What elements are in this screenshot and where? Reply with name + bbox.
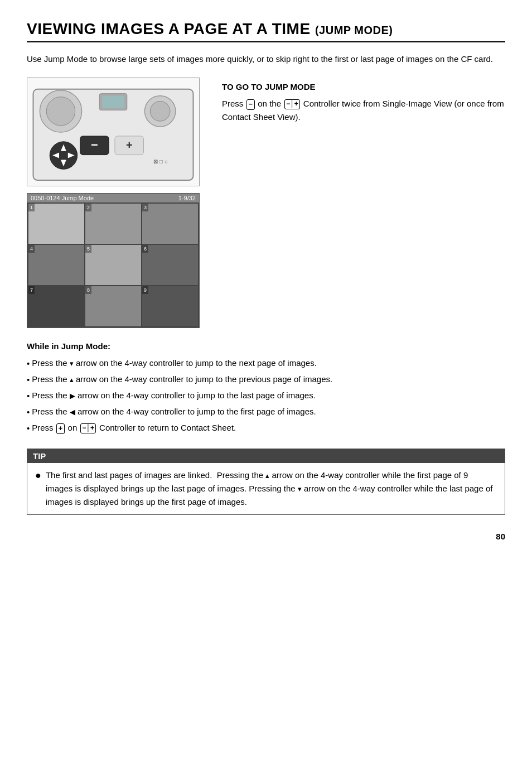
left-column: − + ⊠ □ ○ 0050-0124 Jump Mode 1-9/32 [27, 78, 205, 328]
jump-screen-header-right: 1-9/32 [178, 195, 196, 201]
right-column: TO GO TO JUMP MODE Press − on the −│+ Co… [222, 78, 505, 328]
jump-cell-4: 4 [28, 245, 84, 285]
tip-bullet: ● [35, 467, 41, 484]
jump-mode-screen: 0050-0124 Jump Mode 1-9/32 1 2 3 4 5 6 7… [27, 193, 200, 328]
list-item-5-text: Press + on −│+ Controller to return to C… [32, 421, 236, 435]
list-item-4: • Press the ◀ arrow on the 4-way control… [27, 405, 505, 419]
tip-header: TIP [27, 449, 505, 463]
arrow-up-icon: ▴ [70, 375, 74, 384]
arrow-down-icon: ▾ [70, 359, 74, 368]
controller-icon: −│+ [284, 99, 300, 109]
bullet-5: • [27, 422, 30, 435]
bullet-2: • [27, 373, 30, 387]
intro-text: Use Jump Mode to browse large sets of im… [27, 52, 505, 65]
arrow-right-icon: ▶ [70, 392, 75, 400]
tip-content: ● The first and last pages of images are… [27, 463, 505, 514]
jump-cell-1: 1 [28, 204, 84, 244]
arrow-left-icon: ◀ [70, 408, 75, 416]
jump-cell-9: 9 [142, 286, 198, 326]
list-item-4-text: Press the ◀ arrow on the 4-way controlle… [32, 405, 316, 418]
list-item-2: • Press the ▴ arrow on the 4-way control… [27, 373, 505, 387]
camera-svg: − + ⊠ □ ○ [27, 78, 199, 186]
jump-cell-5: 5 [85, 245, 141, 285]
jump-screen-header: 0050-0124 Jump Mode 1-9/32 [27, 194, 199, 202]
jump-mode-heading: TO GO TO JUMP MODE [222, 82, 505, 91]
tip-arrow-up-icon: ▴ [265, 471, 269, 480]
while-in-jump-heading: While in Jump Mode: [27, 341, 505, 351]
jump-cell-3: 3 [142, 204, 198, 244]
svg-point-4 [150, 102, 170, 122]
svg-text:+: + [126, 139, 133, 151]
list-item-1: • Press the ▾ arrow on the 4-way control… [27, 356, 505, 370]
list-item-3-text: Press the ▶ arrow on the 4-way controlle… [32, 389, 316, 402]
title-sub: (JUMP MODE) [315, 24, 393, 36]
top-section: − + ⊠ □ ○ 0050-0124 Jump Mode 1-9/32 [27, 78, 505, 328]
controller-icon-2: −│+ [80, 423, 96, 433]
camera-diagram: − + ⊠ □ ○ [27, 78, 200, 186]
tip-text: The first and last pages of images are l… [46, 469, 497, 509]
title-main: VIEWING IMAGES A PAGE AT A TIME [27, 20, 311, 37]
bullet-1: • [27, 357, 30, 370]
svg-text:⊠ □ ○: ⊠ □ ○ [153, 159, 167, 165]
jump-cell-8: 8 [85, 286, 141, 326]
jump-cell-2: 2 [85, 204, 141, 244]
jump-mode-description: Press − on the −│+ Controller twice from… [222, 97, 505, 124]
jump-mode-list: • Press the ▾ arrow on the 4-way control… [27, 356, 505, 435]
minus-plus-controller: −│+ [284, 99, 300, 109]
jump-cell-7: 7 [28, 286, 84, 326]
plus-button-icon: + [56, 423, 65, 434]
svg-text:−: − [91, 138, 98, 152]
list-item-5: • Press + on −│+ Controller to return to… [27, 421, 505, 435]
minus-button-icon: − [246, 99, 255, 110]
page-number: 80 [27, 532, 505, 541]
list-item-3: • Press the ▶ arrow on the 4-way control… [27, 389, 505, 403]
svg-rect-6 [102, 96, 124, 108]
list-item-1-text: Press the ▾ arrow on the 4-way controlle… [32, 356, 317, 370]
jump-grid: 1 2 3 4 5 6 7 8 9 [27, 202, 199, 327]
jump-mode-section: While in Jump Mode: • Press the ▾ arrow … [27, 341, 505, 435]
jump-screen-header-left: 0050-0124 Jump Mode [31, 195, 94, 201]
bullet-3: • [27, 389, 30, 403]
list-item-2-text: Press the ▴ arrow on the 4-way controlle… [32, 373, 332, 386]
tip-box: TIP ● The first and last pages of images… [27, 449, 505, 515]
svg-point-2 [46, 97, 75, 126]
tip-arrow-down-icon: ▾ [298, 485, 302, 493]
page-title: VIEWING IMAGES A PAGE AT A TIME (JUMP MO… [27, 20, 505, 42]
jump-cell-6: 6 [142, 245, 198, 285]
bullet-4: • [27, 406, 30, 419]
minus-plus-controller-2: −│+ [80, 423, 96, 433]
